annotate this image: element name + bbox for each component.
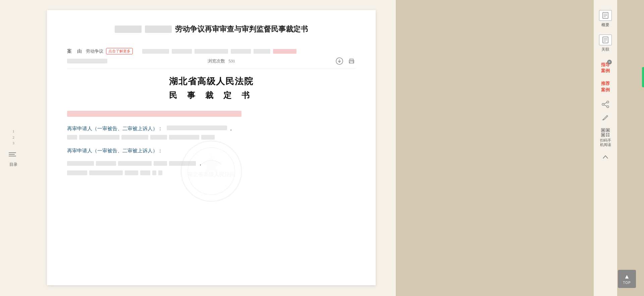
pb1 xyxy=(67,135,77,140)
guide-case-wrapper: ✕ 指导案例 xyxy=(601,62,610,74)
p2c3 xyxy=(125,170,138,175)
party1-name-blur xyxy=(167,126,227,130)
panel-sidebar: 概要 关联 ✕ 指导案例 推荐案例 xyxy=(594,0,617,296)
pb5 xyxy=(169,135,199,140)
summary-label: 概要 xyxy=(601,22,609,28)
case-type[interactable]: 劳动争议 xyxy=(86,48,103,54)
case-label: 案 xyxy=(67,48,72,54)
green-edge-indicator xyxy=(642,67,644,87)
party2-detail-row2 xyxy=(67,170,356,175)
title-main: 劳动争议再审审查与审判监督民事裁定书 xyxy=(175,23,308,35)
blur-pink-1 xyxy=(273,49,297,54)
pb3 xyxy=(121,135,148,140)
toc-button[interactable]: 1 2 3 目录 xyxy=(9,129,18,167)
dot2 xyxy=(158,170,162,175)
p2c1 xyxy=(67,170,87,175)
p2b1 xyxy=(67,161,94,166)
main-content: 劳动争议再审审查与审判监督民事裁定书 案 由 劳动争议 点击了解更多 浏览次数 … xyxy=(27,0,396,296)
scroll-up-button[interactable] xyxy=(599,152,612,162)
svg-line-22 xyxy=(604,105,607,106)
svg-rect-32 xyxy=(608,133,609,135)
annotate-button[interactable] xyxy=(599,112,612,123)
highlight-bar xyxy=(67,111,241,117)
related-button[interactable]: 关联 xyxy=(595,31,615,56)
p2c2 xyxy=(89,170,123,175)
svg-rect-31 xyxy=(606,133,607,135)
close-icon[interactable]: ✕ xyxy=(607,60,612,64)
court-name: 湖北省高级人民法院 xyxy=(67,76,356,87)
print-icon[interactable] xyxy=(347,57,356,65)
p2c4 xyxy=(140,170,150,175)
view-count-value: 531 xyxy=(228,58,235,63)
case-info-row: 案 由 劳动争议 点击了解更多 xyxy=(67,48,356,54)
view-count-section: 浏览次数 531 xyxy=(107,58,335,64)
party1-label: 再审申请人（一审被告、二审被上诉人）： xyxy=(67,126,163,131)
ruling-title: 民 事 裁 定 书 xyxy=(67,90,356,101)
guide-case-button[interactable]: ✕ 指导案例 xyxy=(595,58,615,77)
party2-section: 再审申请人（一审被告、二审被上诉人）： ， xyxy=(67,146,356,175)
pb4 xyxy=(150,135,167,140)
related-icon xyxy=(599,35,612,45)
svg-rect-28 xyxy=(607,129,609,131)
divider xyxy=(67,68,356,69)
scan-label: 扫码手机阅读 xyxy=(600,138,611,147)
svg-line-24 xyxy=(603,120,604,120)
summary-button[interactable]: 概要 xyxy=(595,7,615,31)
svg-line-23 xyxy=(606,115,607,116)
svg-line-21 xyxy=(604,102,607,104)
svg-point-20 xyxy=(607,106,609,108)
svg-rect-4 xyxy=(350,61,353,63)
badge-more[interactable]: 点击了解更多 xyxy=(106,48,133,54)
title-blur-1 xyxy=(115,26,142,33)
left-sidebar: 1 2 3 目录 xyxy=(0,0,27,296)
svg-rect-34 xyxy=(608,135,609,137)
recommend-case-label: 推荐案例 xyxy=(601,81,610,93)
p2b4 xyxy=(154,161,167,166)
related-label: 关联 xyxy=(601,47,609,52)
title-blur-2 xyxy=(145,26,172,33)
recommend-case-button[interactable]: 推荐案例 xyxy=(595,77,615,96)
pb6 xyxy=(201,135,215,140)
p2b3 xyxy=(118,161,152,166)
svg-point-5 xyxy=(353,61,354,61)
scan-qr-button[interactable]: 扫码手机阅读 xyxy=(599,126,612,149)
svg-rect-30 xyxy=(602,134,604,136)
dot xyxy=(152,170,156,175)
toc-label: 目录 xyxy=(9,162,17,167)
blur-4 xyxy=(231,49,251,54)
case-by-label: 由 xyxy=(76,48,82,54)
highlight-bar-row xyxy=(67,111,356,117)
party1-detail-row xyxy=(67,135,356,140)
download-icon[interactable] xyxy=(335,57,343,65)
toc-numbers: 1 2 3 xyxy=(12,129,14,146)
doc-title: 劳动争议再审审查与审判监督民事裁定书 xyxy=(67,23,356,35)
document-card: 劳动争议再审审查与审判监督民事裁定书 案 由 劳动争议 点击了解更多 浏览次数 … xyxy=(47,10,376,285)
top-arrow-icon: ▲ xyxy=(624,273,630,280)
blur-1 xyxy=(142,49,169,54)
case-row2: 浏览次数 531 xyxy=(67,57,356,65)
svg-rect-33 xyxy=(606,135,607,137)
svg-rect-26 xyxy=(602,129,604,131)
party2-detail-row: ， xyxy=(67,158,356,168)
top-label: TOP xyxy=(623,281,631,285)
blur-3 xyxy=(195,49,228,54)
pb2 xyxy=(79,135,119,140)
view-label: 浏览次数 xyxy=(208,58,225,63)
action-icons xyxy=(335,57,356,65)
top-button[interactable]: ▲ TOP xyxy=(618,270,636,288)
p2b2 xyxy=(96,161,116,166)
doc-num-blur xyxy=(67,59,107,63)
blur-5 xyxy=(254,49,270,54)
summary-icon xyxy=(599,10,612,21)
party2-label: 再审申请人（一审被告、二审被上诉人）： xyxy=(67,148,163,153)
svg-point-19 xyxy=(602,103,604,105)
share-button[interactable] xyxy=(599,99,612,110)
p2b5 xyxy=(169,161,196,166)
doc-number-blur xyxy=(67,59,107,63)
toc-icon xyxy=(9,148,18,160)
blur-2 xyxy=(172,49,192,54)
svg-point-18 xyxy=(607,101,609,103)
party1-section: 再审申请人（一审被告、二审被上诉人）： ， xyxy=(67,124,356,140)
